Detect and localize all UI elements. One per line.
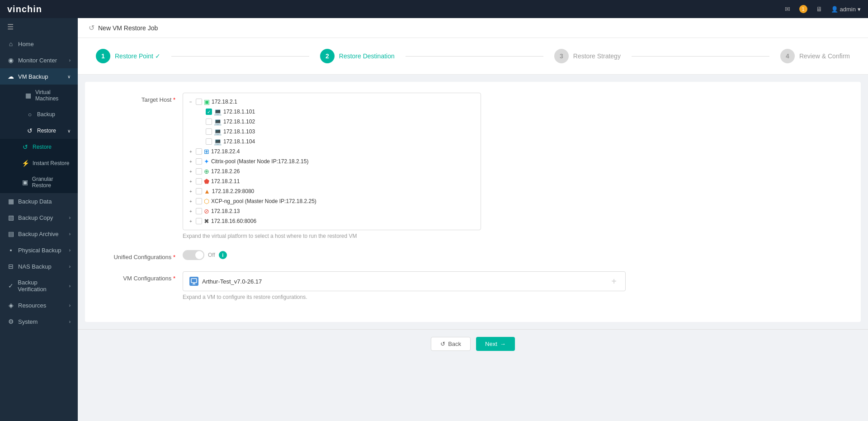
resources-icon: ◈: [7, 302, 14, 309]
node-icon-12: ✖: [204, 218, 209, 225]
tree-node-12[interactable]: + ✖ 172.18.16.60:8006: [187, 216, 477, 226]
back-button[interactable]: ↺ Back: [431, 337, 471, 351]
next-button[interactable]: Next →: [476, 337, 515, 351]
sidebar-label-backup-data: Backup Data: [18, 198, 52, 205]
notification-badge[interactable]: 1: [799, 5, 807, 13]
expand-icon-0[interactable]: −: [188, 99, 194, 105]
sidebar-item-restore-sub[interactable]: ↺ Restore: [0, 139, 78, 155]
checkbox-11[interactable]: [196, 208, 202, 214]
node-icon-7: ⊕: [204, 168, 209, 175]
form-row-vm-config: VM Configurations *: [103, 271, 843, 300]
expand-icon-9[interactable]: +: [188, 188, 194, 194]
sidebar-item-instant-restore[interactable]: ⚡ Instant Restore: [0, 155, 78, 171]
sidebar-item-backup-data[interactable]: ▦ Backup Data: [0, 193, 78, 209]
checkbox-6[interactable]: [196, 158, 202, 165]
tree-hint: Expand the virtual platform to select a …: [183, 233, 843, 239]
unified-config-toggle[interactable]: [183, 250, 204, 260]
checkbox-12[interactable]: [196, 218, 202, 224]
chevron-down-icon: ▾: [858, 6, 861, 13]
sidebar-item-physical-backup[interactable]: ▪ Physical Backup ›: [0, 242, 78, 258]
tree-node-3[interactable]: 💻 172.18.1.103: [187, 127, 477, 137]
expand-icon-6[interactable]: +: [188, 158, 194, 165]
stepper: 1 Restore Point ✓ 2 Restore Destination …: [78, 38, 868, 75]
node-icon-8: ⬟: [204, 178, 209, 185]
virtual-machines-icon: ▦: [25, 92, 32, 99]
step-restore-destination: 2 Restore Destination: [320, 49, 395, 63]
tree-node-8[interactable]: + ⬟ 172.18.2.11: [187, 176, 477, 186]
topbar-right: ✉ 1 🖥 👤 admin ▾: [783, 5, 861, 14]
monitor-icon[interactable]: 🖥: [815, 5, 824, 14]
node-text-7: 172.18.2.26: [211, 168, 240, 175]
physical-backup-chevron: ›: [69, 248, 71, 253]
checkbox-10[interactable]: [196, 198, 202, 204]
expand-icon-11[interactable]: +: [188, 208, 194, 214]
sidebar-item-vm-backup[interactable]: ☁ VM Backup ∨: [0, 68, 78, 85]
sidebar-label-backup: Backup: [37, 111, 55, 118]
sidebar-item-backup-verification[interactable]: ✓ Backup Verification ›: [0, 274, 78, 297]
node-icon-9: ▲: [204, 188, 210, 195]
sidebar-item-virtual-machines[interactable]: ▦ Virtual Machines: [0, 85, 78, 106]
sidebar-label-restore: Restore: [37, 128, 56, 134]
checkbox-7[interactable]: [196, 168, 202, 175]
checkbox-5[interactable]: [196, 148, 202, 155]
node-text-2: 172.18.1.102: [223, 118, 255, 125]
step-divider-3: [632, 56, 769, 57]
sidebar-item-resources[interactable]: ◈ Resources ›: [0, 297, 78, 313]
expand-icon-3: [198, 128, 204, 135]
sidebar-item-backup[interactable]: ○ Backup: [0, 106, 78, 123]
sidebar-label-instant-restore: Instant Restore: [33, 160, 69, 166]
tree-node-4[interactable]: 💻 172.18.1.104: [187, 137, 477, 147]
step-divider-1: [171, 56, 309, 57]
message-icon[interactable]: ✉: [783, 5, 792, 14]
node-text-0: 172.18.2.1: [212, 99, 237, 105]
monitor-center-icon: ◉: [7, 57, 14, 64]
checkbox-0[interactable]: [196, 99, 202, 105]
checkbox-1[interactable]: ✓: [206, 109, 212, 115]
expand-icon-12[interactable]: +: [188, 218, 194, 224]
sidebar-label-monitor-center: Monitor Center: [18, 57, 57, 64]
expand-icon-8[interactable]: +: [188, 178, 194, 184]
info-icon[interactable]: i: [219, 251, 227, 259]
back-icon: ↺: [440, 341, 445, 347]
sidebar-toggle[interactable]: ☰: [0, 18, 78, 36]
checkbox-4[interactable]: [206, 138, 212, 145]
node-text-11: 172.18.2.13: [211, 208, 240, 214]
backup-verification-icon: ✓: [7, 282, 14, 289]
node-icon-5: ⊞: [204, 148, 209, 155]
sidebar-item-home[interactable]: ⌂ Home: [0, 36, 78, 52]
user-menu[interactable]: 👤 admin ▾: [831, 6, 861, 13]
expand-icon-10[interactable]: +: [188, 198, 194, 204]
content-area: ↺ New VM Restore Job 1 Restore Point ✓ 2…: [78, 18, 868, 421]
user-label: admin: [840, 6, 856, 13]
sidebar-label-granular-restore: Granular Restore: [32, 176, 71, 189]
tree-node-1[interactable]: ✓ 💻 172.18.1.101: [187, 107, 477, 117]
expand-icon-5[interactable]: +: [188, 148, 194, 155]
tree-node-11[interactable]: + ⊘ 172.18.2.13: [187, 206, 477, 216]
sidebar-item-system[interactable]: ⚙ System ›: [0, 313, 78, 330]
tree-node-7[interactable]: + ⊕ 172.18.2.26: [187, 166, 477, 176]
form-row-target-host: Target Host * − ▣ 172.18.2.1: [103, 93, 843, 239]
sidebar-item-backup-copy[interactable]: ▧ Backup Copy ›: [0, 209, 78, 226]
sidebar-item-monitor-center[interactable]: ◉ Monitor Center ›: [0, 52, 78, 68]
tree-node-2[interactable]: 💻 172.18.1.102: [187, 117, 477, 127]
backup-archive-chevron: ›: [69, 232, 71, 237]
sidebar-item-backup-archive[interactable]: ▤ Backup Archive ›: [0, 226, 78, 242]
checkbox-8[interactable]: [196, 178, 202, 184]
sidebar-item-restore-parent[interactable]: ↺ Restore ∨: [0, 123, 78, 139]
checkbox-3[interactable]: [206, 128, 212, 135]
backup-data-icon: ▦: [7, 198, 14, 205]
tree-node-10[interactable]: + ⬡ XCP-ng_pool (Master Node IP:172.18.2…: [187, 196, 477, 206]
vm-expand-button[interactable]: +: [609, 276, 619, 286]
target-host-content: − ▣ 172.18.2.1 ✓ 💻 172.18.1.101: [183, 93, 843, 239]
tree-node-6[interactable]: + ✦ Citrix-pool (Master Node IP:172.18.2…: [187, 156, 477, 166]
checkbox-2[interactable]: [206, 118, 212, 125]
tree-node-0[interactable]: − ▣ 172.18.2.1: [187, 97, 477, 107]
sidebar-item-nas-backup[interactable]: ⊟ NAS Backup ›: [0, 258, 78, 274]
tree-node-5[interactable]: + ⊞ 172.18.22.4: [187, 147, 477, 156]
expand-icon-7[interactable]: +: [188, 168, 194, 175]
tree-node-9[interactable]: + ▲ 172.18.2.29:8080: [187, 186, 477, 196]
step-1-label: Restore Point ✓: [115, 52, 160, 60]
sidebar-item-granular-restore[interactable]: ▣ Granular Restore: [0, 171, 78, 193]
checkbox-9[interactable]: [196, 188, 202, 194]
vm-config-required: *: [173, 275, 175, 282]
